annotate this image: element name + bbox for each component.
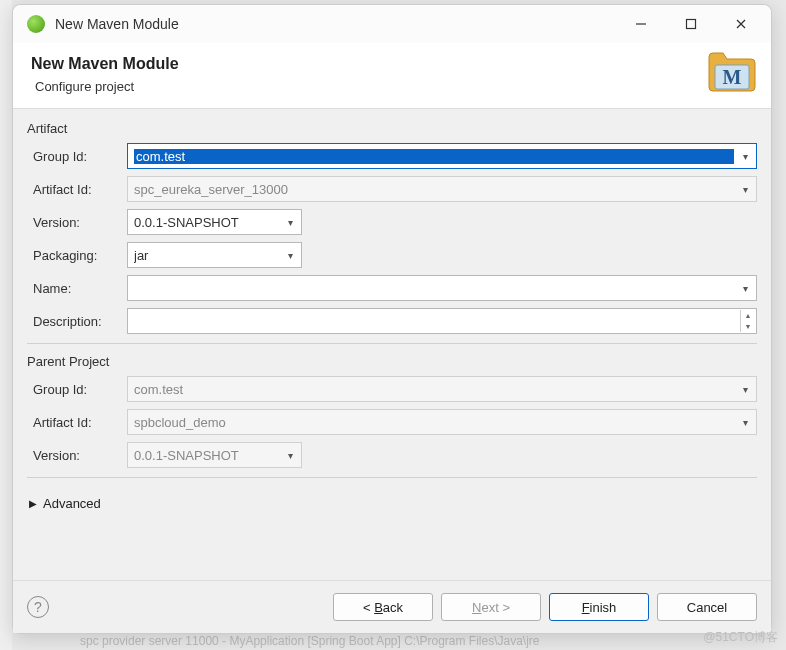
name-combo[interactable]: ▾	[127, 275, 757, 301]
chevron-down-icon: ▾	[738, 182, 752, 196]
close-button[interactable]	[719, 9, 763, 39]
svg-rect-1	[687, 20, 696, 29]
description-label: Description:	[27, 314, 127, 329]
parent-version-combo: 0.0.1-SNAPSHOT ▾	[127, 442, 302, 468]
group-id-combo[interactable]: com.test ▾	[127, 143, 757, 169]
chevron-down-icon[interactable]: ▾	[283, 215, 297, 229]
chevron-down-icon[interactable]: ▾	[283, 248, 297, 262]
version-value: 0.0.1-SNAPSHOT	[134, 215, 279, 230]
minimize-button[interactable]	[619, 9, 663, 39]
chevron-down-icon: ▾	[738, 382, 752, 396]
svg-text:M: M	[723, 66, 742, 88]
finish-button[interactable]: Finish	[549, 593, 649, 621]
section-divider	[27, 477, 757, 478]
watermark-text: @51CTO博客	[703, 629, 778, 646]
help-icon[interactable]: ?	[27, 596, 49, 618]
maximize-button[interactable]	[669, 9, 713, 39]
chevron-down-icon: ▾	[738, 415, 752, 429]
wizard-title: New Maven Module	[31, 55, 753, 73]
parent-section-label: Parent Project	[27, 354, 757, 369]
right-edge-bg	[776, 60, 786, 630]
parent-artifact-id-label: Artifact Id:	[27, 415, 127, 430]
chevron-down-icon: ▾	[283, 448, 297, 462]
parent-group-id-value: com.test	[134, 382, 734, 397]
editor-gutter	[0, 0, 12, 650]
parent-version-value: 0.0.1-SNAPSHOT	[134, 448, 279, 463]
artifact-id-label: Artifact Id:	[27, 182, 127, 197]
spinner-down-icon[interactable]: ▼	[741, 321, 755, 332]
group-id-value: com.test	[134, 149, 734, 164]
name-label: Name:	[27, 281, 127, 296]
description-field[interactable]: ▲ ▼	[127, 308, 757, 334]
packaging-value: jar	[134, 248, 279, 263]
section-divider	[27, 343, 757, 344]
chevron-down-icon[interactable]: ▾	[738, 281, 752, 295]
maven-module-icon: M	[705, 49, 757, 93]
artifact-section-label: Artifact	[27, 121, 757, 136]
spinner-up-icon[interactable]: ▲	[741, 310, 755, 321]
parent-version-label: Version:	[27, 448, 127, 463]
advanced-toggle[interactable]: ▶ Advanced	[27, 488, 757, 519]
triangle-right-icon: ▶	[29, 498, 37, 509]
wizard-subtitle: Configure project	[31, 79, 753, 94]
chevron-down-icon[interactable]: ▾	[738, 149, 752, 163]
parent-artifact-id-combo: spbcloud_demo ▾	[127, 409, 757, 435]
group-id-label: Group Id:	[27, 149, 127, 164]
background-status-text: spc provider server 11000 - MyApplicatio…	[80, 634, 540, 648]
parent-group-id-label: Group Id:	[27, 382, 127, 397]
parent-artifact-id-value: spbcloud_demo	[134, 415, 734, 430]
parent-group-id-combo: com.test ▾	[127, 376, 757, 402]
window-title: New Maven Module	[55, 16, 619, 32]
packaging-combo[interactable]: jar ▾	[127, 242, 302, 268]
cancel-label: Cancel	[687, 600, 727, 615]
spring-leaf-icon	[27, 15, 45, 33]
new-maven-module-dialog: New Maven Module New Maven Module Config…	[12, 4, 772, 634]
wizard-header: New Maven Module Configure project M	[13, 43, 771, 109]
wizard-content: Artifact Group Id: com.test ▾ Artifact I…	[13, 109, 771, 580]
advanced-label: Advanced	[43, 496, 101, 511]
titlebar: New Maven Module	[13, 5, 771, 43]
window-controls	[619, 9, 763, 39]
artifact-id-value: spc_eureka_server_13000	[134, 182, 734, 197]
version-combo[interactable]: 0.0.1-SNAPSHOT ▾	[127, 209, 302, 235]
button-bar: ? < Back Next > Finish Cancel	[13, 580, 771, 633]
cancel-button[interactable]: Cancel	[657, 593, 757, 621]
version-label: Version:	[27, 215, 127, 230]
artifact-id-combo: spc_eureka_server_13000 ▾	[127, 176, 757, 202]
description-spinner[interactable]: ▲ ▼	[740, 310, 755, 332]
packaging-label: Packaging:	[27, 248, 127, 263]
back-button[interactable]: < Back	[333, 593, 433, 621]
next-button: Next >	[441, 593, 541, 621]
